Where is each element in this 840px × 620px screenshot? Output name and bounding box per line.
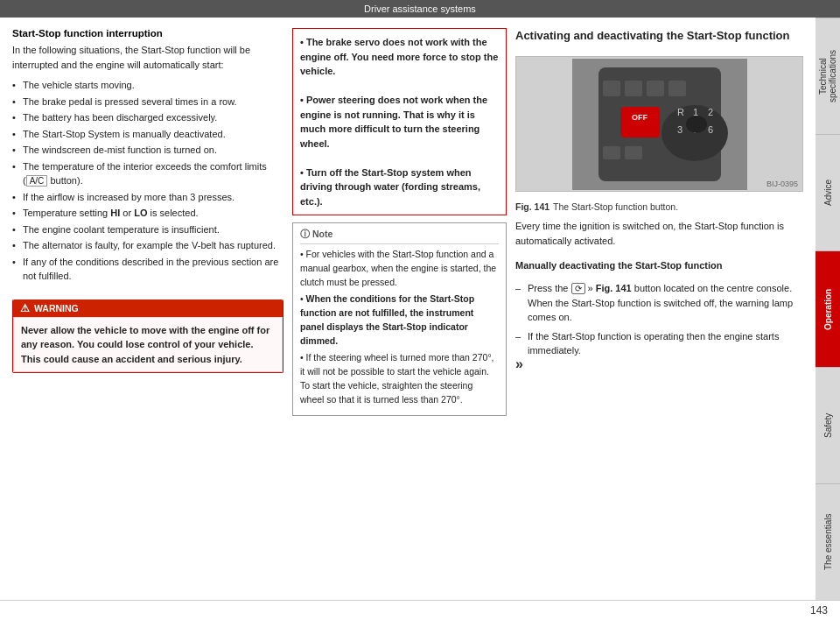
- note-item-3: • If the steering wheel is turned more t…: [300, 351, 499, 406]
- list-item: Temperature setting HI or LO is selected…: [12, 206, 284, 221]
- warning-label: WARNING: [34, 303, 79, 314]
- note-header: ⓘ Note: [300, 229, 499, 244]
- note-label: Note: [312, 229, 332, 239]
- content-area: Start-Stop function interruption In the …: [0, 18, 816, 600]
- sidebar-tab-safety[interactable]: Safety: [816, 367, 840, 483]
- bottom-bar: 143: [0, 600, 840, 620]
- figure-caption: Fig. 141 The Start-Stop function button.: [515, 201, 803, 212]
- image-label: BIJ-0395: [766, 180, 798, 188]
- right-heading: Activating and deactivating the Start-St…: [515, 28, 803, 44]
- page-container: Driver assistance systems Start-Stop fun…: [0, 0, 840, 620]
- svg-rect-14: [647, 81, 664, 96]
- left-section-heading: Start-Stop function interruption In the …: [12, 28, 284, 285]
- svg-text:6: 6: [708, 124, 713, 135]
- body-text-content: Every time the ignition is switched on, …: [515, 221, 784, 246]
- svg-text:R: R: [677, 107, 684, 117]
- right-column: Activating and deactivating the Start-St…: [515, 28, 803, 591]
- sidebar-tab-operation[interactable]: Operation: [816, 250, 840, 367]
- dash-item-1: Press the ⟳ » Fig. 141 button located on…: [515, 281, 803, 325]
- list-item: The temperature of the interior exceeds …: [12, 159, 284, 188]
- svg-point-9: [686, 116, 707, 133]
- note-item-1: • For vehicles with the Start-Stop funct…: [300, 248, 499, 289]
- warning-body: Never allow the vehicle to move with the…: [13, 317, 283, 373]
- note-body: • For vehicles with the Start-Stop funct…: [300, 248, 499, 406]
- svg-rect-13: [625, 81, 642, 96]
- list-item: The battery has been discharged excessiv…: [12, 110, 284, 125]
- note-icon: ⓘ: [300, 229, 310, 239]
- svg-text:OFF: OFF: [632, 113, 648, 122]
- right-body-text: Every time the ignition is switched on, …: [515, 219, 803, 248]
- warning-icon: ⚠: [20, 302, 30, 314]
- note-item-2: • When the conditions for the Start-Stop…: [300, 292, 499, 348]
- two-col-layout: Start-Stop function interruption In the …: [12, 28, 803, 591]
- dash-item-2: If the Start-Stop function is operating …: [515, 329, 803, 358]
- list-item: The alternator is faulty, for example th…: [12, 238, 284, 253]
- warning-box: ⚠ WARNING Never allow the vehicle to mov…: [12, 299, 284, 374]
- note-box: ⓘ Note • For vehicles with the Start-Sto…: [292, 222, 507, 416]
- list-item: If any of the conditions described in th…: [12, 255, 284, 284]
- svg-text:2: 2: [708, 107, 713, 117]
- sidebar-tab-essentials[interactable]: The essentials: [816, 483, 840, 600]
- header-bar: Driver assistance systems: [0, 0, 840, 18]
- red-box-line-3: • Turn off the Start-Stop system when dr…: [300, 166, 499, 209]
- red-box-line-1: • The brake servo does not work with the…: [300, 35, 499, 79]
- page-number: 143: [810, 604, 828, 616]
- sidebar-tab-advice[interactable]: Advice: [816, 134, 840, 250]
- left-column: Start-Stop function interruption In the …: [12, 28, 284, 591]
- svg-rect-15: [668, 81, 686, 96]
- svg-rect-16: [603, 146, 620, 159]
- warning-header: ⚠ WARNING: [13, 299, 283, 317]
- svg-rect-17: [625, 146, 642, 159]
- list-item: The brake pedal is pressed several times…: [12, 95, 284, 109]
- figure-number: Fig. 141: [515, 201, 550, 212]
- right-subheading: Manually deactivating the Start-Stop fun…: [515, 260, 803, 271]
- header-title: Driver assistance systems: [364, 4, 476, 14]
- red-box-line-2: • Power steering does not work when the …: [300, 93, 499, 151]
- middle-column: • The brake servo does not work with the…: [292, 28, 507, 591]
- list-item: The Start-Stop System is manually deacti…: [12, 127, 284, 142]
- sidebar-tab-technical[interactable]: Technical specifications: [816, 18, 840, 134]
- bullet-list: The vehicle starts moving. The brake ped…: [12, 78, 284, 284]
- list-item: If the airflow is increased by more than…: [12, 190, 284, 205]
- dash-list: Press the ⟳ » Fig. 141 button located on…: [515, 281, 803, 363]
- figure-caption-text: The Start-Stop function button.: [553, 201, 678, 212]
- svg-rect-12: [603, 81, 620, 96]
- car-image-area: R 1 2 3 5 6 OFF: [515, 56, 803, 192]
- car-dashboard-svg: R 1 2 3 5 6 OFF: [572, 59, 747, 190]
- svg-text:3: 3: [677, 124, 682, 135]
- main-area: Start-Stop function interruption In the …: [0, 18, 840, 600]
- list-item: The engine coolant temperature is insuff…: [12, 222, 284, 237]
- right-sidebar: Technical specifications Advice Operatio…: [816, 18, 840, 600]
- svg-rect-10: [620, 107, 660, 137]
- list-item: The vehicle starts moving.: [12, 78, 284, 93]
- list-item: The windscreen de-mist function is turne…: [12, 143, 284, 158]
- arrow-right-icon: »: [515, 356, 803, 372]
- red-caution-box: • The brake servo does not work with the…: [292, 28, 507, 215]
